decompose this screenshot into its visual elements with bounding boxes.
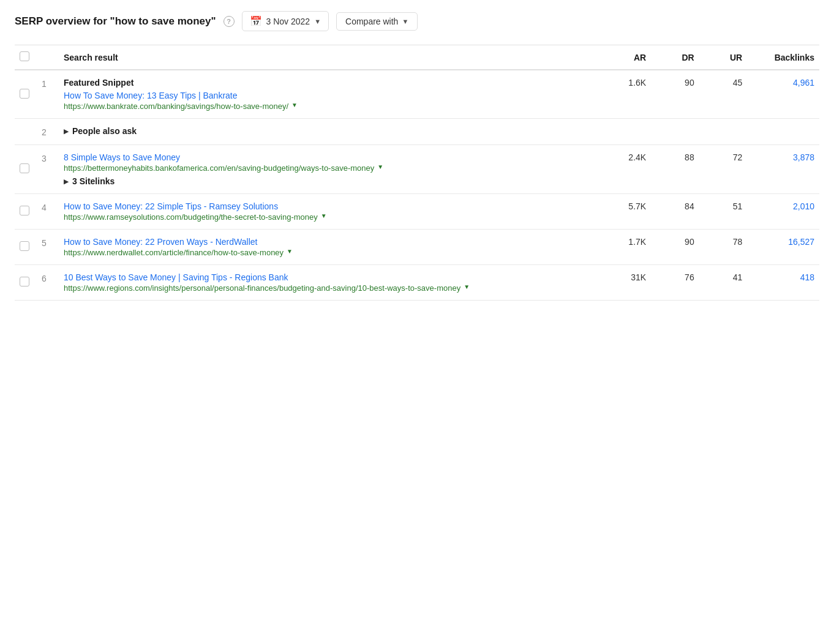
table-row: 2▶People also ask <box>15 119 819 145</box>
ur-cell <box>699 119 748 145</box>
url-text: https://www.nerdwallet.com/article/finan… <box>64 248 284 257</box>
result-cell: ▶People also ask <box>59 119 603 145</box>
ar-cell: 1.6K <box>603 70 652 119</box>
ur-cell: 72 <box>699 145 748 194</box>
ar-cell: 2.4K <box>603 145 652 194</box>
ur-cell: 45 <box>699 70 748 119</box>
backlinks-cell[interactable]: 16,527 <box>747 230 819 265</box>
date-dropdown-arrow: ▼ <box>314 18 321 25</box>
url-dropdown-arrow-icon[interactable]: ▼ <box>464 283 470 290</box>
checkbox-cell <box>15 265 37 301</box>
dr-cell: 88 <box>651 145 699 194</box>
dr-cell: 90 <box>651 70 699 119</box>
result-cell: Featured SnippetHow To Save Money: 13 Ea… <box>59 70 603 119</box>
url-text: https://www.ramseysolutions.com/budgetin… <box>64 212 318 222</box>
result-cell: How to Save Money: 22 Simple Tips - Rams… <box>59 194 603 230</box>
ar-cell: 5.7K <box>603 194 652 230</box>
rank-cell: 6 <box>37 265 59 301</box>
result-url: https://www.ramseysolutions.com/budgetin… <box>64 212 598 222</box>
backlinks-cell[interactable]: 3,878 <box>747 145 819 194</box>
checkbox-cell <box>15 119 37 145</box>
people-also-ask-row: ▶People also ask <box>64 126 598 136</box>
backlinks-cell[interactable]: 4,961 <box>747 70 819 119</box>
page-wrapper: SERP overview for "how to save money" ? … <box>0 0 834 644</box>
url-text: https://www.bankrate.com/banking/savings… <box>64 102 288 111</box>
table-row: 4How to Save Money: 22 Simple Tips - Ram… <box>15 194 819 230</box>
expand-arrow-icon[interactable]: ▶ <box>64 128 69 135</box>
ar-cell: 1.7K <box>603 230 652 265</box>
sitelinks-expand-arrow-icon[interactable]: ▶ <box>64 178 69 185</box>
result-url: https://www.nerdwallet.com/article/finan… <box>64 248 598 257</box>
header-row: SERP overview for "how to save money" ? … <box>15 11 819 31</box>
result-type-label: Featured Snippet <box>64 78 598 88</box>
table-row: 610 Best Ways to Save Money | Saving Tip… <box>15 265 819 301</box>
date-label: 3 Nov 2022 <box>266 17 310 26</box>
date-picker-button[interactable]: 📅 3 Nov 2022 ▼ <box>242 11 329 31</box>
rank-cell: 5 <box>37 230 59 265</box>
dr-cell: 84 <box>651 194 699 230</box>
people-also-ask-label: People also ask <box>72 126 137 136</box>
ar-cell <box>603 119 652 145</box>
backlinks-cell[interactable]: 418 <box>747 265 819 301</box>
result-url: https://bettermoneyhabits.bankofamerica.… <box>64 163 598 173</box>
table-row: 1Featured SnippetHow To Save Money: 13 E… <box>15 70 819 119</box>
row-checkbox[interactable] <box>20 89 29 99</box>
url-text: https://bettermoneyhabits.bankofamerica.… <box>64 163 374 173</box>
sitelinks-row: ▶3 Sitelinks <box>64 176 598 186</box>
result-title-link[interactable]: How to Save Money: 22 Proven Ways - Nerd… <box>64 237 598 247</box>
row-checkbox[interactable] <box>20 277 29 286</box>
header-checkbox[interactable] <box>20 51 29 61</box>
compare-dropdown-arrow: ▼ <box>402 18 408 25</box>
dr-cell: 90 <box>651 230 699 265</box>
page-title: SERP overview for "how to save money" <box>15 15 216 28</box>
header-search-result: Search result <box>59 45 603 70</box>
ar-cell: 31K <box>603 265 652 301</box>
dr-cell: 76 <box>651 265 699 301</box>
checkbox-cell <box>15 230 37 265</box>
checkbox-cell <box>15 145 37 194</box>
backlinks-cell <box>747 119 819 145</box>
rank-cell: 4 <box>37 194 59 230</box>
checkbox-cell <box>15 194 37 230</box>
result-title-link[interactable]: How To Save Money: 13 Easy Tips | Bankra… <box>64 91 598 100</box>
checkbox-cell <box>15 70 37 119</box>
header-ar: AR <box>603 45 652 70</box>
ur-cell: 78 <box>699 230 748 265</box>
result-cell: 8 Simple Ways to Save Moneyhttps://bette… <box>59 145 603 194</box>
header-dr: DR <box>651 45 699 70</box>
calendar-icon: 📅 <box>250 15 262 27</box>
backlinks-cell[interactable]: 2,010 <box>747 194 819 230</box>
result-cell: 10 Best Ways to Save Money | Saving Tips… <box>59 265 603 301</box>
header-rank <box>37 45 59 70</box>
url-dropdown-arrow-icon[interactable]: ▼ <box>287 248 293 255</box>
compare-label: Compare with <box>345 17 398 26</box>
help-icon[interactable]: ? <box>224 16 235 27</box>
row-checkbox[interactable] <box>20 206 29 215</box>
table-row: 5How to Save Money: 22 Proven Ways - Ner… <box>15 230 819 265</box>
rank-cell: 2 <box>37 119 59 145</box>
row-checkbox[interactable] <box>20 241 29 251</box>
result-url: https://www.bankrate.com/banking/savings… <box>64 102 598 111</box>
result-title-link[interactable]: How to Save Money: 22 Simple Tips - Rams… <box>64 201 598 211</box>
header-checkbox-col <box>15 45 37 70</box>
result-cell: How to Save Money: 22 Proven Ways - Nerd… <box>59 230 603 265</box>
url-dropdown-arrow-icon[interactable]: ▼ <box>321 212 327 219</box>
result-title-link[interactable]: 8 Simple Ways to Save Money <box>64 152 598 162</box>
result-title-link[interactable]: 10 Best Ways to Save Money | Saving Tips… <box>64 272 598 282</box>
rank-cell: 1 <box>37 70 59 119</box>
url-dropdown-arrow-icon[interactable]: ▼ <box>377 163 383 170</box>
url-dropdown-arrow-icon[interactable]: ▼ <box>291 102 298 108</box>
dr-cell <box>651 119 699 145</box>
serp-table: Search result AR DR UR Backlinks 1Featur… <box>15 45 819 301</box>
ur-cell: 51 <box>699 194 748 230</box>
ur-cell: 41 <box>699 265 748 301</box>
url-text: https://www.regions.com/insights/persona… <box>64 283 460 293</box>
header-ur: UR <box>699 45 748 70</box>
result-url: https://www.regions.com/insights/persona… <box>64 283 598 293</box>
row-checkbox[interactable] <box>20 163 29 173</box>
sitelinks-label: 3 Sitelinks <box>72 176 115 186</box>
compare-with-button[interactable]: Compare with ▼ <box>336 12 418 31</box>
header-backlinks: Backlinks <box>747 45 819 70</box>
table-row: 38 Simple Ways to Save Moneyhttps://bett… <box>15 145 819 194</box>
rank-cell: 3 <box>37 145 59 194</box>
